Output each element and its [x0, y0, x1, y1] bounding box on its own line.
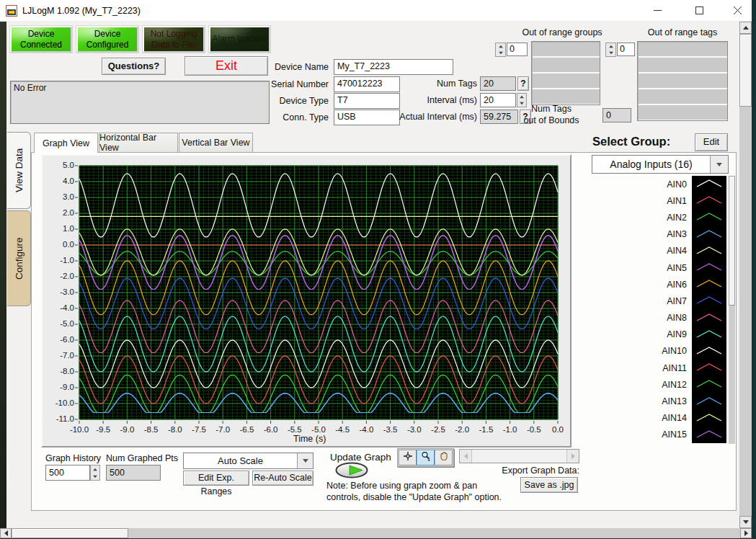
questions-button[interactable]: Questions?: [102, 58, 166, 75]
legend-item[interactable]: AIN4: [660, 243, 728, 259]
legend-item-label: AIN4: [660, 246, 692, 256]
scroll-left-arrow[interactable]: [460, 450, 472, 463]
legend-item[interactable]: AIN10: [660, 343, 728, 360]
scale-dropdown[interactable]: Auto Scale: [183, 453, 313, 469]
oor-tags-stepper[interactable]: [605, 43, 616, 57]
minimize-button[interactable]: [641, 0, 674, 21]
legend-line-swatch[interactable]: [692, 427, 726, 443]
graph-x-scrollbar[interactable]: [459, 449, 579, 463]
tab-vertical-bar-view[interactable]: Vertical Bar View: [179, 133, 253, 152]
window-vertical-scrollbar[interactable]: [739, 22, 752, 528]
status-label: Connected: [20, 40, 62, 50]
status-device-configured[interactable]: Device Configured: [76, 26, 138, 53]
x-tick-label: -8.5: [138, 425, 164, 434]
vertical-scroll-thumb[interactable]: [739, 34, 752, 107]
legend-line-swatch[interactable]: [692, 410, 726, 427]
close-button[interactable]: [723, 0, 752, 21]
oor-tags-listbox[interactable]: [637, 41, 728, 121]
legend-item[interactable]: AIN12: [660, 376, 728, 393]
scroll-right-arrow[interactable]: [566, 450, 579, 463]
legend-item[interactable]: AIN2: [660, 209, 728, 226]
legend-line-swatch[interactable]: [692, 326, 726, 343]
legend-item[interactable]: AIN13: [660, 393, 728, 409]
x-tick-label: -5.0: [306, 425, 332, 434]
legend-line-swatch[interactable]: [692, 243, 726, 259]
graph-history-stepper[interactable]: [90, 465, 100, 481]
legend-line-swatch[interactable]: [692, 393, 726, 409]
group-dropdown-arrow[interactable]: [710, 156, 728, 173]
legend-scrollbar[interactable]: [729, 176, 735, 444]
legend-line-swatch[interactable]: [692, 192, 726, 209]
legend-item[interactable]: AIN15: [660, 427, 728, 443]
status-label: Not Logging: [151, 29, 197, 40]
legend-line-swatch[interactable]: [692, 293, 726, 309]
oor-groups-listbox[interactable]: [531, 41, 600, 105]
group-dropdown[interactable]: Analog Inputs (16): [592, 155, 729, 174]
tab-horizontal-bar-view[interactable]: Horizontal Bar View: [99, 133, 178, 152]
tab-graph-view[interactable]: Graph View: [34, 133, 98, 153]
x-tick-label: -3.5: [378, 425, 404, 434]
graph-widget[interactable]: 5.04.03.02.01.00.0-1.0-2.0-3.0-4.0-5.0-6…: [41, 154, 572, 447]
legend-line-swatch[interactable]: [692, 376, 726, 393]
pan-tool-button[interactable]: [435, 450, 453, 466]
legend-item-label: AIN15: [660, 429, 692, 440]
legend-item[interactable]: AIN9: [660, 326, 728, 343]
x-tick-label: -1.5: [473, 425, 499, 434]
legend-item[interactable]: AIN11: [660, 360, 728, 376]
scroll-up-arrow[interactable]: [739, 22, 752, 34]
update-graph-toggle[interactable]: [334, 462, 369, 478]
graph-note-text: Note: Before using graph zoom & pancontr…: [326, 480, 502, 504]
graph-history-field[interactable]: 500: [45, 465, 90, 481]
sidetab-configure[interactable]: Configure: [7, 210, 31, 306]
legend-line-swatch[interactable]: [692, 276, 726, 293]
legend-line-swatch[interactable]: [692, 310, 726, 326]
y-tick-label: 3.0: [50, 192, 74, 201]
legend-line-swatch[interactable]: [692, 226, 726, 243]
legend-item[interactable]: AIN1: [660, 192, 728, 209]
oor-groups-stepper[interactable]: [495, 43, 506, 57]
plot-legend[interactable]: AIN0AIN1AIN2AIN3AIN4AIN5AIN6AIN7AIN8AIN9…: [660, 176, 728, 444]
sidetab-view-data[interactable]: View Data: [7, 132, 31, 209]
legend-item[interactable]: AIN7: [660, 293, 728, 309]
edit-exp-ranges-button[interactable]: Edit Exp. Ranges: [183, 471, 249, 486]
legend-line-swatch[interactable]: [692, 343, 726, 360]
legend-line-swatch[interactable]: [692, 209, 726, 226]
status-alarm-inactive[interactable]: Alarm Inactive: [209, 26, 270, 53]
maximize-button[interactable]: [682, 0, 716, 21]
legend-item[interactable]: AIN5: [660, 259, 728, 276]
graph-history-label: Graph History: [45, 453, 101, 463]
status-device-connected[interactable]: Device Connected: [10, 26, 72, 53]
legend-item-label: AIN14: [660, 413, 692, 423]
scroll-left-arrow[interactable]: [0, 528, 12, 538]
oor-groups-index[interactable]: 0: [507, 43, 528, 56]
legend-item[interactable]: AIN8: [660, 310, 728, 326]
reauto-scale-button[interactable]: Re-Auto Scale: [252, 471, 313, 486]
legend-line-swatch[interactable]: [692, 360, 726, 376]
num-graphed-pts-label: Num Graphed Pts: [106, 453, 178, 463]
legend-item-label: AIN11: [660, 363, 692, 373]
scroll-right-arrow[interactable]: [740, 528, 752, 538]
horizontal-scroll-thumb[interactable]: [12, 528, 128, 538]
scale-dropdown-arrow[interactable]: [297, 453, 313, 468]
legend-item[interactable]: AIN0: [660, 176, 728, 192]
legend-item[interactable]: AIN3: [660, 226, 728, 243]
oor-tags-index[interactable]: 0: [617, 43, 635, 56]
edit-group-button[interactable]: Edit: [695, 133, 728, 151]
save-jpg-button[interactable]: Save as .jpg: [520, 477, 578, 493]
num-tags-help-button[interactable]: ?: [517, 76, 529, 91]
arrow-right-icon: [572, 453, 575, 459]
device-name-field[interactable]: My_T7_2223: [334, 59, 453, 75]
x-tick-label: -5.5: [282, 425, 308, 434]
legend-item-label: AIN10: [660, 346, 692, 356]
cursor-tool-button[interactable]: [399, 450, 417, 466]
legend-item[interactable]: AIN14: [660, 410, 728, 427]
legend-line-swatch[interactable]: [692, 259, 726, 276]
status-not-logging[interactable]: Not Logging Data to File: [143, 26, 205, 53]
interval-label: Interval (ms): [376, 95, 477, 105]
scroll-down-arrow[interactable]: [739, 516, 752, 528]
num-tags-field: 20: [480, 76, 516, 91]
window-horizontal-scrollbar[interactable]: [0, 528, 752, 538]
zoom-tool-button[interactable]: [417, 450, 435, 466]
legend-item[interactable]: AIN6: [660, 276, 728, 293]
legend-line-swatch[interactable]: [692, 176, 726, 192]
